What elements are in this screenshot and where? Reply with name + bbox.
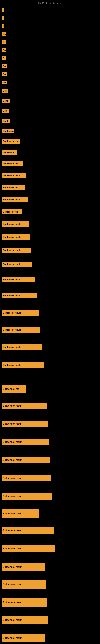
bar-label: Bo <box>2 80 7 84</box>
bar-label: Bottleneck result <box>2 439 49 445</box>
bar-label: Bottleneck result <box>2 277 35 282</box>
bar-item: Bottleneck result <box>2 402 47 409</box>
bar-label: Bottleneck res <box>2 384 26 393</box>
bar-label: Bottl <box>2 98 10 103</box>
bar-item: Bottleneck result <box>2 457 50 463</box>
bar-item: Bottleneck <box>2 150 17 155</box>
bar-label: Bottleneck result <box>2 344 42 350</box>
bar-label: Bo <box>2 64 7 68</box>
bar-item: Bottleneck resu <box>2 161 23 166</box>
bar-label: Bo <box>2 32 6 36</box>
bar-label: Bottleneck result <box>2 546 55 552</box>
bar-item: Bottleneck result <box>2 362 44 368</box>
bar-item: Bottl <box>2 119 10 123</box>
bar-label: Bottleneck <box>2 150 17 155</box>
bar-label: Bottleneck result <box>2 616 48 624</box>
bar-item: Bottleneck result <box>2 197 28 202</box>
bar-label: Bo <box>2 72 7 76</box>
bar-item: Bottleneck res <box>2 139 20 144</box>
bar-label: Bottleneck <box>2 129 14 133</box>
bar-label: Bottleneck result <box>2 527 54 534</box>
bar-item: Bottleneck result <box>2 527 54 534</box>
bar-label: Bottleneck result <box>2 457 50 463</box>
bar-item: Bottleneck result <box>2 634 45 642</box>
bar-item: Bottleneck result <box>2 563 46 571</box>
bar-label: Bottleneck result <box>2 234 30 240</box>
bar-label: B <box>2 40 6 44</box>
site-title: TheBottlenecker.com <box>38 2 62 5</box>
bar-item: Bottleneck result <box>2 327 40 333</box>
bar-item: Bot <box>2 88 8 93</box>
bar-label: Bottleneck result <box>2 634 45 642</box>
bar-item: Bottleneck <box>2 129 14 133</box>
bar-label: Bottleneck result <box>2 402 47 409</box>
bar-label: Bottleneck result <box>2 493 52 500</box>
bar-item: B <box>2 24 4 28</box>
bar-label: Bottleneck result <box>2 262 32 267</box>
bar-label: B <box>2 56 6 60</box>
bar-item: Bottleneck result <box>2 310 39 316</box>
bar-item: Bo <box>2 32 6 36</box>
bar-item: Bottleneck res <box>2 384 26 393</box>
bar-item: Bottleneck result <box>2 277 35 282</box>
bar-item: Bottleneck result <box>2 509 39 518</box>
bar-label: Bottleneck result <box>2 362 44 368</box>
bar-label: Bottleneck result <box>2 598 47 606</box>
bar-item: Bottleneck result <box>2 546 55 552</box>
bar-item: Bottleneck result <box>2 493 52 500</box>
bar-label: Bottleneck result <box>2 327 40 333</box>
bar-item: Bo <box>2 64 7 68</box>
bar-label: Bottleneck result <box>2 420 48 427</box>
bar-label: Bottleneck result <box>2 580 46 589</box>
bar-item: Bottleneck result <box>2 173 26 178</box>
bar-item: Bo <box>2 80 7 84</box>
bar-label: Bottleneck res <box>2 139 20 144</box>
bar-item: B <box>2 56 6 60</box>
bar-label: Bottleneck result <box>2 475 51 482</box>
bar-item: Bottleneck result <box>2 616 48 624</box>
bar-item: Bottleneck resu <box>2 185 25 190</box>
bar-item: Bottleneck result <box>2 439 49 445</box>
bar-label: Bottl <box>2 119 10 123</box>
bar-item: Bott <box>2 109 9 113</box>
bar-label: B <box>2 24 4 28</box>
bar-label: Bot <box>2 88 8 93</box>
bar-label: Bottleneck result <box>2 293 37 298</box>
bar-label: Bottleneck result <box>2 222 29 226</box>
bar-label: Bottleneck resu <box>2 161 23 166</box>
bar-label: Bottleneck result <box>2 248 31 253</box>
bar-item: Bottleneck res <box>2 209 22 214</box>
bar-item <box>2 16 3 20</box>
bar-label: Bottleneck resu <box>2 185 25 190</box>
bar-item: Bottleneck result <box>2 222 29 226</box>
bar-label: Bottleneck result <box>2 563 46 571</box>
bar-item: Bottleneck result <box>2 598 47 606</box>
bar-item: Bottleneck result <box>2 344 42 350</box>
bar-item: Bo <box>2 48 6 52</box>
bar-item: Bottl <box>2 98 10 103</box>
bar-item: Bottleneck result <box>2 475 51 482</box>
bar-item <box>2 8 3 12</box>
bar-item: Bottleneck result <box>2 262 32 267</box>
bar-label: Bottleneck result <box>2 173 26 178</box>
bar-item: Bottleneck result <box>2 580 46 589</box>
bar-label: Bottleneck result <box>2 509 39 518</box>
bar-item: Bottleneck result <box>2 293 37 298</box>
bar-label: Bo <box>2 48 6 52</box>
bar-item: Bottleneck result <box>2 248 31 253</box>
bar-label: Bott <box>2 109 9 113</box>
bar-item: B <box>2 40 6 44</box>
bar-item: Bottleneck result <box>2 420 48 427</box>
bar-label <box>2 8 3 12</box>
bar-label: Bottleneck result <box>2 310 39 316</box>
bar-label: Bottleneck result <box>2 197 28 202</box>
bar-item: Bottleneck result <box>2 234 30 240</box>
bar-item: Bo <box>2 72 7 76</box>
bar-label: Bottleneck res <box>2 209 22 214</box>
bar-label <box>2 16 3 20</box>
